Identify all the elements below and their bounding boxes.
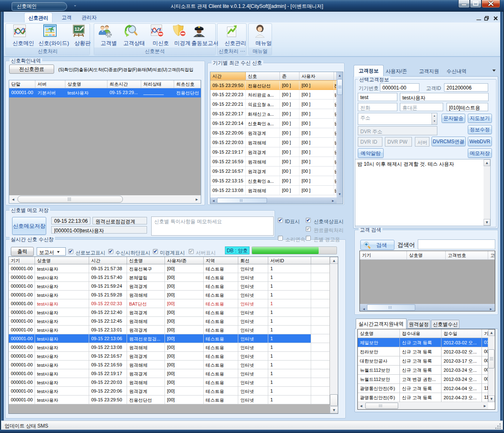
svg-text:12: 12 [75, 27, 80, 32]
